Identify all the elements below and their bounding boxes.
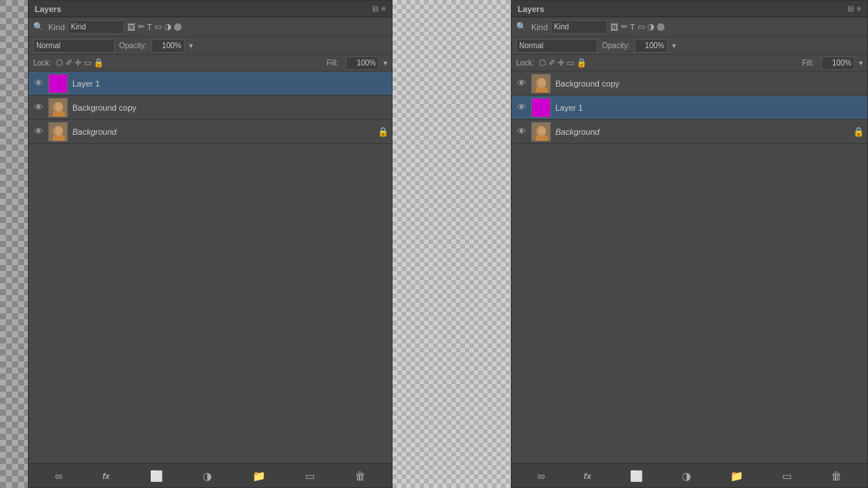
right-footer-delete-icon[interactable]: 🗑: [831, 470, 842, 482]
right-header-icons: ⊟ ≡: [848, 5, 861, 13]
right-footer-link-icon[interactable]: ∞: [537, 470, 545, 482]
right-lock-move-icon[interactable]: ✛: [558, 58, 564, 68]
left-opacity-input[interactable]: [151, 39, 185, 53]
right-kind-icons: 🖼 ✏ T ▭ ◑: [610, 22, 665, 32]
svg-rect-11: [536, 136, 548, 142]
shape-filter-icon[interactable]: ▭: [154, 22, 162, 32]
left-layers-list: 👁 Layer 1 👁 Background copy 👁: [29, 72, 392, 463]
right-layer2-name: Layer 1: [555, 103, 864, 112]
right-layer1-visibility[interactable]: 👁: [515, 77, 528, 90]
adjustment-filter-icon[interactable]: ◑: [164, 22, 172, 32]
left-panel-footer: ∞ fx ⬜ ◑ 📁 ▭ 🗑: [29, 463, 392, 487]
svg-point-7: [538, 78, 546, 87]
right-blend-select[interactable]: Normal Multiply: [516, 39, 598, 53]
right-fill-label: Fill:: [802, 59, 814, 67]
right-footer-fx-icon[interactable]: fx: [584, 471, 591, 480]
left-opacity-label: Opacity:: [119, 41, 147, 50]
left-opacity-chevron: ▾: [189, 41, 193, 50]
svg-point-1: [55, 102, 63, 111]
right-layer3-visibility[interactable]: 👁: [515, 125, 528, 139]
right-opacity-input[interactable]: [634, 39, 668, 53]
right-adjustment-filter-icon[interactable]: ◑: [647, 22, 655, 32]
right-lock-pixels-icon[interactable]: ⬡: [539, 58, 546, 68]
right-panel-header: Layers ⊟ ≡: [512, 1, 867, 17]
right-layer3-name: Background: [555, 127, 850, 136]
left-fill-input[interactable]: [346, 56, 379, 70]
left-header-icons: ⊟ ≡: [372, 5, 386, 13]
left-layer-row-3[interactable]: 👁 Background 🔒: [29, 120, 392, 144]
left-layer1-name: Layer 1: [72, 79, 389, 88]
left-footer-new-layer-icon[interactable]: ▭: [305, 470, 315, 482]
right-fill-input[interactable]: [821, 56, 854, 70]
pixel-filter-icon[interactable]: [174, 23, 182, 31]
left-kind-label: Kind: [48, 23, 65, 32]
svg-point-4: [55, 127, 63, 136]
right-layer-row-2[interactable]: 👁 Layer 1: [512, 96, 867, 120]
left-fill-chevron: ▾: [384, 59, 387, 67]
left-footer-mask-icon[interactable]: ⬜: [150, 470, 163, 482]
right-kind-select[interactable]: Kind Name: [551, 20, 607, 34]
left-blend-row: Normal Dissolve Multiply Opacity: ▾: [29, 37, 392, 55]
left-lock-row: Lock: ⬡ ✐ ✛ ▭ 🔒 Fill: ▾: [29, 55, 392, 72]
right-text-filter-icon[interactable]: T: [630, 23, 635, 32]
left-panel-title: Layers: [35, 5, 61, 14]
right-brush-filter-icon[interactable]: ✏: [621, 22, 628, 32]
right-layer-row-3[interactable]: 👁 Background 🔒: [512, 120, 867, 144]
left-kind-select[interactable]: Kind Name Effect: [68, 20, 124, 34]
left-kind-row: 🔍 Kind Kind Name Effect 🖼 ✏ T ▭ ◑: [29, 17, 392, 37]
right-image-filter-icon[interactable]: 🖼: [610, 23, 619, 32]
left-footer-adjustment-icon[interactable]: ◑: [203, 470, 212, 482]
search-icon: 🔍: [33, 22, 44, 32]
lock-all-icon[interactable]: 🔒: [93, 58, 104, 68]
left-footer-fx-icon[interactable]: fx: [102, 471, 110, 480]
left-layer2-name: Background copy: [72, 103, 389, 112]
right-layer1-thumb: [531, 74, 551, 93]
left-lock-icons: ⬡ ✐ ✛ ▭ 🔒: [56, 58, 104, 68]
brush-filter-icon[interactable]: ✏: [138, 22, 145, 32]
left-layers-panel: Layers ⊟ ≡ 🔍 Kind Kind Name Effect 🖼 ✏ T…: [28, 0, 393, 488]
right-lock-icons: ⬡ ✐ ✛ ▭ 🔒: [539, 58, 587, 68]
menu-icon[interactable]: ≡: [381, 5, 386, 13]
svg-rect-5: [53, 136, 65, 142]
right-layers-list: 👁 Background copy 👁 Layer 1 👁: [512, 72, 867, 463]
right-lock-position-icon[interactable]: ✐: [549, 58, 555, 68]
right-search-icon: 🔍: [516, 22, 527, 32]
right-shape-filter-icon[interactable]: ▭: [637, 22, 645, 32]
right-footer-folder-icon[interactable]: 📁: [730, 470, 743, 482]
left-layer1-visibility[interactable]: 👁: [32, 77, 45, 90]
right-menu-icon[interactable]: ≡: [857, 5, 861, 13]
lock-move-icon[interactable]: ✛: [75, 58, 81, 68]
left-layer-row-1[interactable]: 👁 Layer 1: [29, 72, 392, 96]
right-collapse-icon[interactable]: ⊟: [848, 5, 854, 13]
right-blend-row: Normal Multiply Opacity: ▾: [512, 37, 867, 55]
left-footer-delete-icon[interactable]: 🗑: [355, 470, 365, 482]
lock-artboards-icon[interactable]: ▭: [84, 58, 91, 68]
image-filter-icon[interactable]: 🖼: [127, 23, 136, 32]
left-layer-row-2[interactable]: 👁 Background copy: [29, 96, 392, 120]
right-opacity-chevron: ▾: [672, 41, 676, 50]
right-pixel-filter-icon[interactable]: [657, 23, 665, 31]
right-panel-title: Layers: [518, 5, 544, 14]
right-layers-panel: Layers ⊟ ≡ 🔍 Kind Kind Name 🖼 ✏ T ▭ ◑ No…: [511, 0, 868, 488]
right-footer-adjustment-icon[interactable]: ◑: [682, 470, 691, 482]
right-footer-new-layer-icon[interactable]: ▭: [782, 470, 792, 482]
right-lock-all-icon[interactable]: 🔒: [576, 58, 587, 68]
left-kind-icons: 🖼 ✏ T ▭ ◑: [127, 22, 182, 32]
lock-pixels-icon[interactable]: ⬡: [56, 58, 63, 68]
left-layer2-visibility[interactable]: 👁: [32, 101, 45, 114]
svg-point-10: [538, 127, 546, 136]
left-footer-folder-icon[interactable]: 📁: [252, 470, 265, 482]
right-layer-row-1[interactable]: 👁 Background copy: [512, 72, 867, 96]
left-layer3-visibility[interactable]: 👁: [32, 125, 45, 139]
right-layer2-visibility[interactable]: 👁: [515, 101, 528, 114]
left-layer3-name: Background: [72, 127, 374, 136]
right-footer-mask-icon[interactable]: ⬜: [630, 470, 643, 482]
right-layer1-name: Background copy: [555, 79, 864, 88]
right-lock-artboards-icon[interactable]: ▭: [567, 58, 574, 68]
lock-position-icon[interactable]: ✐: [66, 58, 72, 68]
text-filter-icon[interactable]: T: [147, 23, 152, 32]
left-blend-select[interactable]: Normal Dissolve Multiply: [33, 39, 115, 53]
collapse-icon[interactable]: ⊟: [372, 5, 378, 13]
left-footer-link-icon[interactable]: ∞: [55, 470, 63, 482]
left-layer3-thumb: [48, 122, 68, 142]
